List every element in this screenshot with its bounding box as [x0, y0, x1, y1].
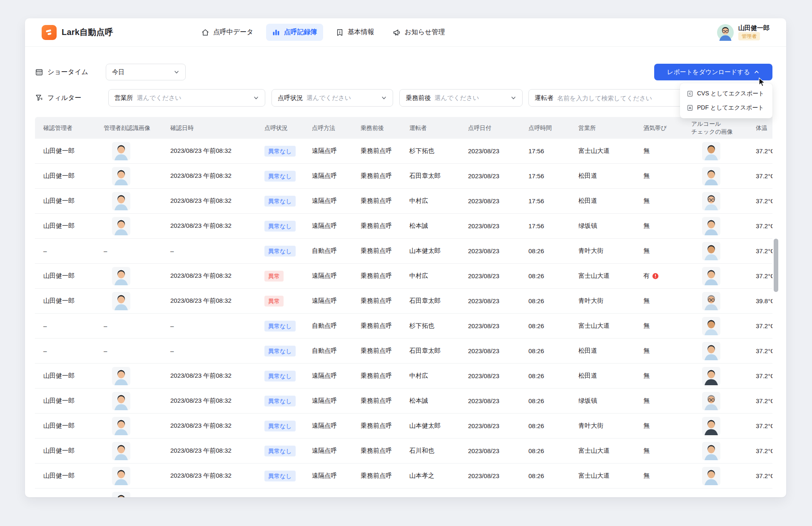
cell-confirm-datetime: 2023/08/23 午前08:32: [162, 147, 258, 155]
phase-filter-placeholder: 選んでください: [434, 94, 479, 102]
file-pdf-icon: [687, 105, 693, 111]
cell-alcohol: 無: [633, 422, 681, 430]
cell-temperature: 37.2°C: [742, 472, 772, 479]
cell-alcohol-check-image: [681, 392, 742, 410]
cell-status: 異常なし: [258, 246, 304, 257]
export-pdf-item[interactable]: PDF としてエクスポート: [680, 101, 772, 115]
cell-temperature: 37.2°C: [742, 372, 772, 379]
cell-status: 異常なし: [258, 396, 304, 406]
manager-face-photo: [112, 167, 130, 185]
cell-manager: 山田健一郎: [35, 297, 95, 305]
filter-toolbar: フィルター 営業所 選んでください 点呼状況 選んでください 乗務前後 選んでく…: [35, 89, 772, 107]
cell-rollcall-date: 2023/08/23: [461, 272, 521, 279]
chevron-up-icon: [754, 69, 760, 75]
cell-driver: 石川和也: [401, 447, 461, 455]
chevron-down-icon: [174, 69, 179, 75]
cell-driver: 山本健太郎: [401, 422, 461, 430]
status-badge: 異常なし: [264, 421, 296, 431]
table-row: 山田健一郎2023/08/23 午前08:32異常なし遠隔点呼乗務前点呼中村広2…: [35, 189, 772, 214]
chevron-down-icon: [253, 95, 259, 101]
cell-alcohol: 無: [633, 197, 681, 205]
filter-label-group: フィルター: [35, 94, 82, 102]
cell-manager-face-image: –: [95, 347, 162, 354]
cell-driver: 杉下拓也: [401, 322, 461, 330]
cell-method: 遠隔点呼: [304, 422, 352, 430]
alcohol-check-photo: [702, 217, 720, 235]
table-row-partial: [35, 489, 772, 497]
nav-item-live-data[interactable]: 点呼中データ: [195, 24, 259, 41]
nav-label: 基本情報: [348, 28, 374, 37]
app-logo-icon: [42, 25, 57, 40]
main-card: Lark自動点呼 点呼中データ 点呼記録簿: [25, 18, 786, 497]
export-csv-label: CVS としてエクスポート: [697, 90, 764, 97]
cell-method: 遠隔点呼: [304, 272, 352, 280]
cell-office: 富士山大道: [575, 447, 633, 455]
cell-method: 遠隔点呼: [304, 397, 352, 405]
cell-status: 異常なし: [258, 346, 304, 356]
office-filter-placeholder: 選んでください: [137, 94, 182, 102]
cell-manager-face-image: [95, 442, 162, 460]
export-menu: CVS としてエクスポート PDF としてエクスポート: [680, 83, 772, 118]
cell-rollcall-time: 08:26: [521, 247, 575, 254]
user-profile[interactable]: 山田健一郎 管理者: [717, 24, 770, 41]
cell-temperature: 37.2°C: [742, 222, 772, 229]
cell-office: 富士山大道: [575, 322, 633, 330]
download-report-button[interactable]: レポートをダウンロードする: [654, 64, 772, 80]
cell-manager-face-image: [95, 367, 162, 385]
manager-face-photo: [112, 217, 130, 235]
cell-confirm-datetime: –: [162, 347, 258, 354]
alcohol-check-photo: [702, 367, 720, 385]
nav-item-announcements[interactable]: お知らせ管理: [387, 24, 451, 41]
alcohol-value: 無: [643, 447, 681, 455]
page: Lark自動点呼 点呼中データ 点呼記録簿: [0, 0, 812, 526]
brand: Lark自動点呼: [42, 25, 113, 40]
calendar-icon: [35, 68, 43, 76]
office-filter-select[interactable]: 営業所 選んでください: [108, 89, 265, 107]
alcohol-check-photo: [702, 292, 720, 310]
showtime-select[interactable]: 今日: [106, 64, 186, 80]
cell-manager: 山田健一郎: [35, 372, 95, 380]
cell-phase: 乗務前点呼: [352, 372, 401, 380]
alcohol-value: 無: [643, 172, 681, 180]
user-avatar: [717, 24, 734, 41]
manager-face-photo: [112, 267, 130, 285]
cell-manager-face-image: [95, 142, 162, 160]
cell-rollcall-date: 2023/08/23: [461, 322, 521, 329]
table-row: 山田健一郎2023/08/23 午前08:32異常なし遠隔点呼乗務前点呼杉下拓也…: [35, 139, 772, 164]
nav-label: 点呼中データ: [213, 28, 254, 37]
cell-driver: 中村広: [401, 372, 461, 380]
cell-temperature: 37.2°C: [742, 247, 772, 254]
manager-face-photo: [112, 492, 130, 497]
export-csv-item[interactable]: CVS としてエクスポート: [680, 87, 772, 101]
nav-label: 点呼記録簿: [284, 28, 317, 37]
table-row: 山田健一郎2023/08/23 午前08:32異常なし遠隔点呼乗務前点呼中村広2…: [35, 364, 772, 389]
download-report-label: レポートをダウンロードする: [667, 68, 750, 76]
home-icon: [201, 28, 209, 37]
cell-alcohol-check-image: [681, 417, 742, 435]
status-filter-select[interactable]: 点呼状況 選んでください: [271, 89, 394, 107]
cell-method: 自動点呼: [304, 347, 352, 355]
cell-driver: 山本健太郎: [401, 247, 461, 255]
cell-confirm-datetime: –: [162, 322, 258, 329]
nav-item-basic-info[interactable]: 基本情報: [330, 24, 380, 41]
cell-rollcall-time: 17:56: [521, 222, 575, 229]
table-body: 山田健一郎2023/08/23 午前08:32異常なし遠隔点呼乗務前点呼杉下拓也…: [35, 139, 772, 497]
column-header-method: 点呼方法: [304, 124, 352, 132]
cell-alcohol-check-image: [681, 467, 742, 485]
phase-filter-select[interactable]: 乗務前後 選んでください: [399, 89, 523, 107]
alcohol-check-photo: [702, 267, 720, 285]
cell-alcohol: 無: [633, 147, 681, 155]
status-badge: 異常なし: [264, 246, 296, 257]
cell-status: 異常なし: [258, 321, 304, 332]
phase-filter-name: 乗務前後: [406, 94, 431, 102]
cell-office: 富士山大道: [575, 472, 633, 480]
cell-rollcall-time: 08:26: [521, 397, 575, 404]
nav-item-rollcall-register[interactable]: 点呼記録簿: [266, 24, 323, 41]
cell-manager: –: [35, 247, 95, 254]
rollcall-table-wrap: 確認管理者管理者顔認識画像確認日時点呼状況点呼方法乗務前後運転者点呼日付点呼時間…: [35, 117, 772, 497]
showtime-value: 今日: [112, 68, 125, 76]
cell-driver: 中村広: [401, 197, 461, 205]
cell-rollcall-date: 2023/08/23: [461, 172, 521, 179]
vertical-scrollbar-thumb[interactable]: [774, 239, 778, 292]
cell-phase: 乗務前点呼: [352, 297, 401, 305]
